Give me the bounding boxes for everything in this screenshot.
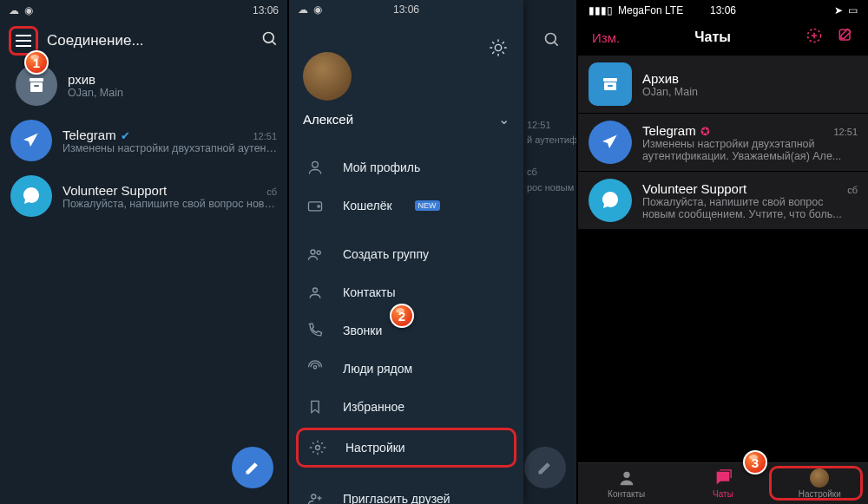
svg-rect-5 <box>30 78 43 82</box>
chat-time: 12:51 <box>833 127 858 137</box>
compose-fab-dim[interactable] <box>524 447 566 488</box>
svg-line-17 <box>493 52 494 53</box>
svg-point-3 <box>264 33 274 43</box>
new-chat-icon[interactable] <box>806 27 823 48</box>
viber-icon: ◉ <box>313 3 322 16</box>
telegram-avatar <box>589 121 632 164</box>
compose-icon[interactable] <box>837 27 854 48</box>
archive-preview: OJan, Main <box>68 87 277 99</box>
svg-point-26 <box>316 446 320 450</box>
archive-name: Архив <box>642 71 679 86</box>
dim-background: 12:51 й аутентифи... сб рос новым с... <box>522 0 576 504</box>
cloud-icon: ☁ <box>9 4 19 16</box>
tab-settings[interactable]: Настройки <box>772 463 868 504</box>
chat-preview: Пожалуйста, напишите свой вопрос новым с… <box>62 198 277 210</box>
drawer-profile[interactable]: Алексей ⌄ <box>289 17 523 138</box>
header: Изм. Чаты <box>578 19 868 56</box>
status-time: 13:06 <box>393 3 419 16</box>
svg-point-21 <box>318 206 320 208</box>
verified-icon: ✔ <box>118 129 131 142</box>
menu-wallet[interactable]: Кошелёк NEW <box>289 187 523 225</box>
tab-contacts[interactable]: Контакты <box>578 463 674 504</box>
tab-bar: Контакты Чаты Настройки <box>578 462 868 504</box>
search-icon[interactable] <box>261 30 279 51</box>
nav-drawer: ☁ ◉ 13:06 Алексей ⌄ Мой профиль Кошелёк <box>289 0 523 504</box>
theme-toggle-icon[interactable] <box>489 38 508 57</box>
settings-avatar <box>810 468 829 488</box>
svg-rect-38 <box>608 85 613 87</box>
new-badge: NEW <box>415 200 440 211</box>
chat-name: Telegram ✔ <box>62 128 130 142</box>
chat-name: Volunteer Support <box>62 183 167 198</box>
compose-fab[interactable] <box>232 447 273 488</box>
chat-preview: Изменены настройки двухэтапной аутентифи… <box>62 142 277 154</box>
chat-name: Volunteer Support <box>642 181 746 196</box>
svg-line-15 <box>493 43 494 43</box>
svg-rect-7 <box>34 85 39 87</box>
pane-android-chats: ☁ ◉ 13:06 Соединение... рхив OJan, Main <box>0 0 289 504</box>
header-title: Соединение... <box>47 32 261 49</box>
chat-time: сб <box>847 185 858 195</box>
bookmark-icon <box>306 398 324 416</box>
svg-line-9 <box>555 43 558 46</box>
location-icon: ➤ <box>834 4 843 16</box>
svg-rect-36 <box>603 78 617 82</box>
chat-preview: Пожалуйста, напишите свой вопрос новым с… <box>642 196 858 220</box>
svg-line-4 <box>273 42 276 45</box>
svg-point-23 <box>317 251 320 254</box>
support-avatar <box>10 175 52 217</box>
pane-ios-chats: ▮▮▮▯ MegaFon LTE 13:06 ➤ ▭ Изм. Чаты Арх… <box>578 0 868 504</box>
gear-icon <box>309 439 326 456</box>
chat-row[interactable]: Volunteer Support сб Пожалуйста, напишит… <box>578 172 868 229</box>
svg-point-19 <box>312 161 319 167</box>
archive-preview: OJan, Main <box>642 86 858 98</box>
call-icon <box>306 322 324 339</box>
telegram-avatar <box>10 120 52 161</box>
signal-icon: ▮▮▮▯ <box>589 4 613 16</box>
svg-point-27 <box>312 494 316 499</box>
profile-avatar <box>303 52 352 101</box>
menu-invite[interactable]: Пригласить друзей <box>289 480 523 504</box>
svg-point-10 <box>495 44 501 50</box>
svg-point-24 <box>313 288 318 292</box>
carrier: MegaFon LTE <box>618 4 683 16</box>
chat-time: 12:51 <box>253 131 277 141</box>
svg-point-22 <box>311 250 315 254</box>
chat-time: сб <box>266 187 277 197</box>
verified-icon: ✪ <box>698 125 711 138</box>
status-bar: ☁ ◉ 13:06 <box>289 0 523 17</box>
battery-icon: ▭ <box>848 4 858 16</box>
svg-rect-6 <box>30 82 43 92</box>
group-icon <box>306 245 324 263</box>
annotation-badge-2: 2 <box>390 304 414 328</box>
search-icon[interactable] <box>543 31 561 52</box>
archive-row[interactable]: Архив OJan, Main <box>578 56 868 113</box>
edit-button[interactable]: Изм. <box>592 30 620 45</box>
status-bar: ☁ ◉ 13:06 <box>0 0 287 19</box>
chat-preview: Изменены настройки двухэтапной аутентифи… <box>642 138 858 162</box>
svg-point-25 <box>313 366 316 369</box>
chat-row[interactable]: Volunteer Support сб Пожалуйста, напишит… <box>0 168 287 224</box>
menu-create-group[interactable]: Создать группу <box>289 235 523 273</box>
support-avatar <box>589 179 632 222</box>
annotation-badge-1: 1 <box>24 50 49 75</box>
menu-saved[interactable]: Избранное <box>289 388 523 426</box>
menu-my-profile[interactable]: Мой профиль <box>289 148 523 187</box>
invite-icon <box>306 490 324 504</box>
menu-settings[interactable]: Настройки <box>296 428 516 468</box>
chat-row[interactable]: Telegram ✪ 12:51 Изменены настройки двух… <box>578 114 868 171</box>
archive-icon <box>589 62 632 106</box>
wallet-icon <box>306 197 324 214</box>
chat-name: Telegram ✪ <box>642 123 710 138</box>
profile-name: Алексей <box>303 112 353 127</box>
chevron-down-icon[interactable]: ⌄ <box>498 111 510 128</box>
svg-line-16 <box>503 52 503 53</box>
status-time: 13:06 <box>253 4 279 16</box>
menu-nearby[interactable]: Люди рядом <box>289 350 523 388</box>
archive-name: рхив <box>68 72 277 87</box>
status-bar: ▮▮▮▯ MegaFon LTE 13:06 ➤ ▭ <box>578 0 868 19</box>
contact-icon <box>306 284 324 301</box>
nearby-icon <box>306 360 324 377</box>
chat-row[interactable]: Telegram ✔ 12:51 Изменены настройки двух… <box>0 113 287 168</box>
svg-point-8 <box>546 34 556 44</box>
